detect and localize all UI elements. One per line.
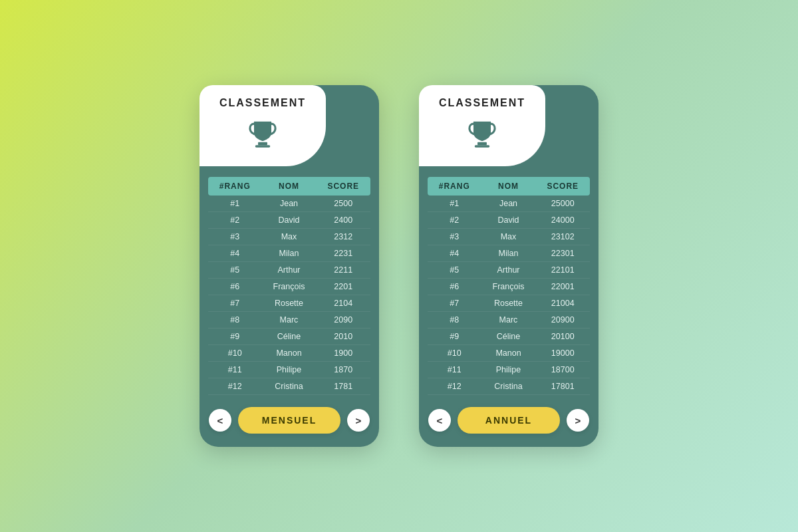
rank-cell: #8	[208, 312, 262, 329]
table-row: #9 Céline 2010	[208, 329, 370, 345]
rank-cell: #7	[208, 295, 262, 312]
name-cell: Marc	[262, 312, 317, 329]
col-rang-mensuel: #RANG	[208, 177, 262, 196]
col-rang-annuel: #RANG	[428, 177, 481, 196]
name-cell: David	[262, 212, 317, 229]
table-row: #6 François 2201	[208, 279, 370, 295]
score-cell: 1781	[316, 378, 370, 395]
col-score-annuel: SCORE	[535, 177, 590, 196]
rank-cell: #11	[208, 362, 262, 378]
name-cell: Marc	[481, 312, 536, 329]
rank-cell: #5	[428, 262, 481, 279]
rank-cell: #4	[208, 245, 262, 262]
score-cell: 2211	[316, 262, 370, 279]
table-row: #7 Rosette 2104	[208, 295, 370, 312]
name-cell: Milan	[262, 245, 317, 262]
name-cell: David	[481, 212, 536, 229]
score-cell: 2400	[316, 212, 370, 229]
svg-rect-0	[258, 142, 267, 145]
name-cell: Céline	[262, 329, 317, 345]
score-cell: 19000	[535, 345, 590, 362]
rank-cell: #6	[208, 279, 262, 295]
score-cell: 24000	[535, 212, 590, 229]
score-cell: 22301	[535, 245, 590, 262]
table-row: #5 Arthur 22101	[428, 262, 590, 279]
annuel-card: CLASSEMENT #RANG NOM SCORE #1 Jean 25000	[419, 85, 598, 447]
table-row: #12 Cristina 1781	[208, 378, 370, 395]
score-cell: 2500	[316, 196, 370, 212]
rank-cell: #2	[428, 212, 481, 229]
score-cell: 1900	[316, 345, 370, 362]
col-nom-annuel: NOM	[481, 177, 536, 196]
name-cell: Cristina	[262, 378, 317, 395]
score-cell: 2010	[316, 329, 370, 345]
trophy-icon-annuel	[465, 116, 499, 150]
score-cell: 22001	[535, 279, 590, 295]
name-cell: Jean	[481, 196, 536, 212]
name-cell: Jean	[262, 196, 317, 212]
table-row: #11 Philipe 18700	[428, 362, 590, 378]
table-row: #7 Rosette 21004	[428, 295, 590, 312]
name-cell: Cristina	[481, 378, 536, 395]
name-cell: Arthur	[481, 262, 536, 279]
prev-btn-annuel[interactable]: <	[428, 409, 451, 432]
rank-cell: #1	[428, 196, 481, 212]
next-btn-mensuel[interactable]: >	[347, 409, 370, 432]
table-row: #4 Milan 22301	[428, 245, 590, 262]
name-cell: François	[481, 279, 536, 295]
score-cell: 2231	[316, 245, 370, 262]
score-cell: 20100	[535, 329, 590, 345]
score-cell: 2090	[316, 312, 370, 329]
rank-cell: #5	[208, 262, 262, 279]
score-cell: 25000	[535, 196, 590, 212]
svg-rect-3	[475, 145, 490, 147]
score-cell: 20900	[535, 312, 590, 329]
rank-cell: #2	[208, 212, 262, 229]
rank-cell: #9	[208, 329, 262, 345]
rank-cell: #7	[428, 295, 481, 312]
next-btn-annuel[interactable]: >	[567, 409, 589, 432]
name-cell: Milan	[481, 245, 536, 262]
col-nom-mensuel: NOM	[262, 177, 317, 196]
mensuel-card: CLASSEMENT #RANG NOM SCORE #1 Jean 2500	[200, 85, 379, 447]
table-row: #12 Cristina 17801	[428, 378, 590, 395]
name-cell: Rosette	[262, 295, 317, 312]
btn-row-mensuel: < MENSUEL >	[200, 407, 379, 434]
card-title-mensuel: CLASSEMENT	[219, 97, 306, 109]
rank-cell: #9	[428, 329, 481, 345]
score-cell: 17801	[535, 378, 590, 395]
prev-btn-mensuel[interactable]: <	[209, 409, 231, 432]
card-header-annuel: CLASSEMENT	[419, 85, 545, 166]
table-row: #11 Philipe 1870	[208, 362, 370, 378]
col-score-mensuel: SCORE	[316, 177, 370, 196]
table-row: #6 François 22001	[428, 279, 590, 295]
svg-rect-1	[255, 145, 271, 147]
score-cell: 2104	[316, 295, 370, 312]
rank-cell: #10	[428, 345, 481, 362]
name-cell: Arthur	[262, 262, 317, 279]
rank-cell: #4	[428, 245, 481, 262]
btn-row-annuel: < ANNUEL >	[419, 407, 598, 434]
table-row: #2 David 2400	[208, 212, 370, 229]
rank-cell: #12	[428, 378, 481, 395]
name-cell: Max	[262, 229, 317, 245]
table-row: #10 Manon 1900	[208, 345, 370, 362]
rank-cell: #11	[428, 362, 481, 378]
table-row: #9 Céline 20100	[428, 329, 590, 345]
score-cell: 23102	[535, 229, 590, 245]
table-row: #4 Milan 2231	[208, 245, 370, 262]
period-btn-mensuel[interactable]: MENSUEL	[238, 407, 340, 434]
score-cell: 2312	[316, 229, 370, 245]
rank-cell: #1	[208, 196, 262, 212]
leaderboard-table-annuel: #RANG NOM SCORE #1 Jean 25000 #2 David 2…	[428, 177, 590, 395]
trophy-icon-mensuel	[245, 116, 280, 150]
leaderboard-table-mensuel: #RANG NOM SCORE #1 Jean 2500 #2 David 24…	[208, 177, 370, 395]
name-cell: Rosette	[481, 295, 536, 312]
name-cell: Manon	[262, 345, 317, 362]
card-title-annuel: CLASSEMENT	[439, 97, 525, 109]
period-btn-annuel[interactable]: ANNUEL	[458, 407, 560, 434]
name-cell: Céline	[481, 329, 536, 345]
table-row: #5 Arthur 2211	[208, 262, 370, 279]
score-cell: 2201	[316, 279, 370, 295]
rank-cell: #3	[428, 229, 481, 245]
